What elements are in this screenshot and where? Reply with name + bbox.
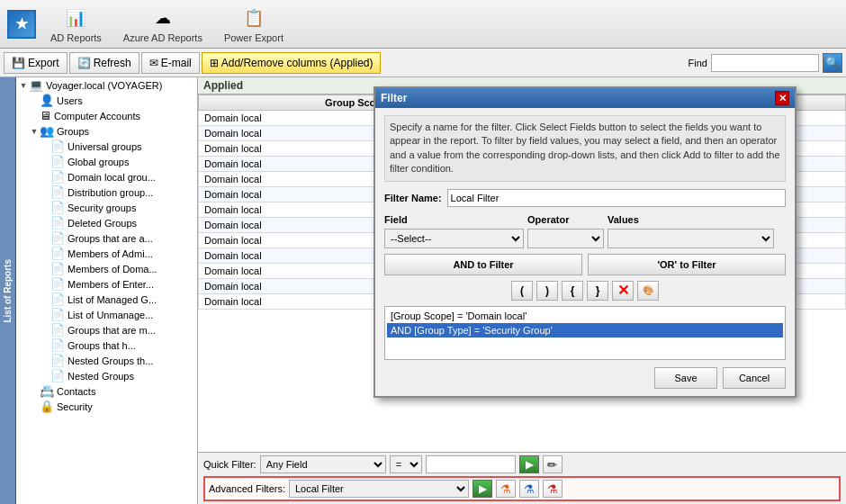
cancel-button[interactable]: Cancel [723,367,786,389]
main-toolbar: 💾 Export 🔄 Refresh ✉ E-mail ⊞ Add/Remove… [0,49,846,77]
values-col: Values [608,214,774,248]
save-button[interactable]: Save [654,367,717,389]
email-button[interactable]: ✉ E-mail [141,52,200,74]
doc-icon-deleted: 📄 [50,216,65,230]
filter-condition-1[interactable]: [Group Scope] = 'Domain local' [387,309,783,323]
doc-icon-mem-dom: 📄 [50,262,65,275]
export-label: Export [28,57,59,69]
doc-icon-sec-groups: 📄 [50,201,65,214]
tree-item-members-enter[interactable]: 📄 Members of Enter... [16,276,197,292]
tree-label-mem-enter: Members of Enter... [68,279,154,290]
tree-item-users[interactable]: 👤 Users [16,93,197,108]
expand-icon-deleted [40,218,50,229]
filter-name-input[interactable] [447,189,786,207]
nav-azure-ad[interactable]: ☁ Azure AD Reports [116,2,210,47]
tree-item-list-managed[interactable]: 📄 List of Managed G... [16,292,197,307]
tree-label-contacts: Contacts [57,386,95,397]
tree-item-voyager[interactable]: ▼ 💻 Voyager.local (VOYAGER) [16,77,197,93]
expand-icon-groups-that [40,340,50,351]
dialog-overlay: Filter ✕ Specify a name for the filter. … [198,77,846,504]
side-panel-label: List of Reports [3,259,13,323]
find-input[interactable] [711,54,819,72]
export-button[interactable]: 💾 Export [4,52,68,74]
tree-label-groups-mem: Groups that are m... [68,325,156,336]
tree-item-security-groups[interactable]: 📄 Security groups [16,200,197,215]
tree-label-groups-are: Groups that are a... [68,233,153,244]
field-select[interactable]: --Select-- [384,229,524,248]
power-export-icon: 📋 [241,5,266,31]
expand-icon-mem-enter [40,279,50,290]
tree-label-groups-that: Groups that h... [68,340,136,351]
or-to-filter-button[interactable]: 'OR' to Filter [588,254,786,275]
expand-icon-computer [29,111,40,122]
operator-select[interactable] [527,229,604,248]
find-label: Find [688,58,707,68]
doc-icon-nested-th: 📄 [50,354,65,367]
open-brace-button[interactable]: { [562,281,583,301]
doc-icon-universal: 📄 [50,140,65,153]
find-go-button[interactable]: 🔍 [823,53,842,73]
tree-item-list-unmanaged[interactable]: 📄 List of Unmanage... [16,307,197,322]
expand-icon-dist [40,187,50,198]
export-icon: 💾 [12,57,25,69]
tree-item-nested-groups[interactable]: 📄 Nested Groups [16,368,197,383]
tree-item-distribution[interactable]: 📄 Distribution group... [16,184,197,200]
and-to-filter-button[interactable]: AND to Filter [384,254,582,275]
find-box: Find 🔍 [688,53,842,73]
dialog-close-button[interactable]: ✕ [775,91,789,105]
tree-item-contacts[interactable]: 📇 Contacts [16,383,197,399]
doc-icon-dist: 📄 [50,185,65,199]
tree-item-members-admin[interactable]: 📄 Members of Admi... [16,246,197,261]
expand-icon-sec-groups [40,202,50,213]
tree-item-groups-that[interactable]: 📄 Groups that h... [16,338,197,353]
top-bar: ★ 📊 AD Reports ☁ Azure AD Reports 📋 Powe… [0,0,846,49]
doc-icon-mem-admin: 📄 [50,247,65,260]
security-icon: 🔒 [40,400,54,413]
tree-item-global[interactable]: 📄 Global groups [16,154,197,169]
tree-item-security-node[interactable]: 🔒 Security [16,399,197,414]
color-button[interactable]: 🎨 [637,281,659,301]
columns-label: Add/Remove columns (Applied) [221,57,374,69]
tree-label-list-man: List of Managed G... [68,294,157,305]
tree-item-deleted[interactable]: 📄 Deleted Groups [16,215,197,230]
nav-power-export[interactable]: 📋 Power Export [217,2,291,47]
tree-item-computer[interactable]: 🖥 Computer Accounts [16,108,197,123]
tree-item-nested-groups-th[interactable]: 📄 Nested Groups th... [16,353,197,368]
filter-conditions-list[interactable]: [Group Scope] = 'Domain local' AND [Grou… [384,306,786,360]
tree-item-members-domain[interactable]: 📄 Members of Doma... [16,261,197,276]
side-panel[interactable]: List of Reports [0,77,16,504]
tree-item-groups-member[interactable]: 📄 Groups that are m... [16,322,197,338]
open-paren-button[interactable]: ( [511,281,533,301]
expand-icon-mem-admin [40,248,50,259]
expand-icon-global [40,157,50,167]
delete-condition-button[interactable]: ✕ [612,281,634,301]
refresh-button[interactable]: 🔄 Refresh [69,52,140,74]
tree-label-deleted: Deleted Groups [68,218,137,229]
tree-label-mem-dom: Members of Doma... [68,264,158,274]
filter-name-label: Filter Name: [384,193,442,203]
expand-icon-list-man [40,294,50,305]
columns-button[interactable]: ⊞ Add/Remove columns (Applied) [202,52,382,74]
close-brace-button[interactable]: } [587,281,608,301]
tree-item-universal[interactable]: 📄 Universal groups [16,139,197,154]
values-select[interactable] [608,229,774,248]
tree-label-voyager: Voyager.local (VOYAGER) [46,80,162,91]
ad-reports-label: AD Reports [50,32,102,43]
expand-icon-domain [40,172,50,183]
nav-ad-reports[interactable]: 📊 AD Reports [43,2,109,47]
tree-item-domain-local[interactable]: 📄 Domain local grou... [16,169,197,184]
tree-item-groups-are[interactable]: 📄 Groups that are a... [16,230,197,246]
expand-icon-list-unman [40,310,50,320]
filter-condition-2[interactable]: AND [Group Type] = 'Security Group' [387,323,783,338]
user-icon: 👤 [40,94,54,107]
and-or-row: AND to Filter 'OR' to Filter [384,254,786,275]
expand-icon-nested-th [40,356,50,366]
expand-icon-contacts [29,386,40,397]
doc-icon-list-unman: 📄 [50,308,65,321]
dialog-title: Filter [381,92,407,104]
doc-icon-domain: 📄 [50,170,65,184]
tree-label-global: Global groups [68,157,130,167]
expand-icon-mem-dom [40,264,50,274]
close-paren-button[interactable]: ) [536,281,558,301]
tree-item-groups[interactable]: ▼ 👥 Groups [16,123,197,139]
